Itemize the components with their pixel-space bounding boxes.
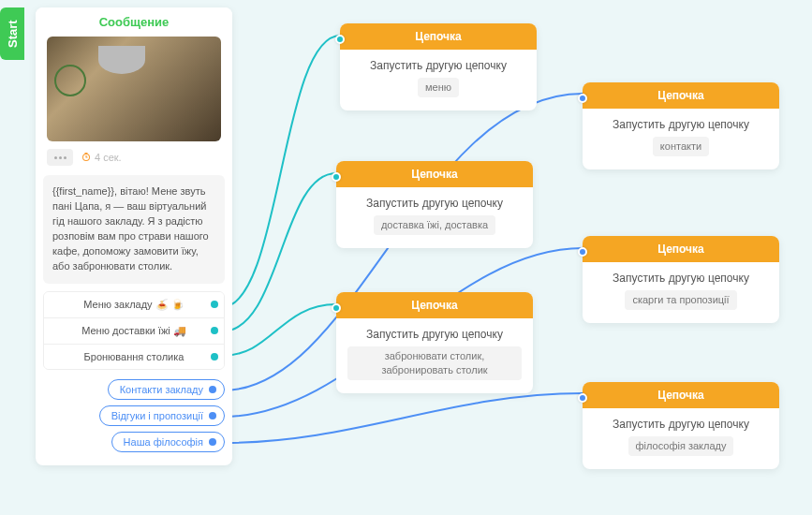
chain-header: Цепочка [336, 292, 533, 318]
pill-label: Відгуки і пропозиції [111, 410, 203, 421]
connector-out-dot[interactable] [209, 412, 216, 419]
chain-header: Цепочка [336, 161, 533, 187]
chain-header: Цепочка [583, 236, 779, 262]
connector-in-dot[interactable] [578, 393, 587, 403]
timer-text: 4 сек. [95, 152, 122, 163]
chain-card-delivery[interactable]: Цепочка Запустить другую цепочку доставк… [336, 161, 533, 248]
connector-in-dot[interactable] [335, 35, 345, 44]
option-label: Меню доставки їжі 🚚 [81, 325, 186, 337]
chain-value: скарги та пропозиції [625, 290, 736, 310]
chain-card-philosophy[interactable]: Цепочка Запустить другую цепочку філософ… [583, 382, 779, 469]
timer-badge: 4 сек. [81, 152, 122, 163]
pill-label: Наша філософія [124, 436, 203, 448]
message-image [47, 37, 221, 141]
message-card[interactable]: Сообщение 4 сек. {{first_name}}, вітаю! … [36, 7, 232, 465]
pill-contacts[interactable]: Контакти закладу [108, 379, 225, 400]
connector-in-dot[interactable] [578, 247, 587, 257]
pill-feedback[interactable]: Відгуки і пропозиції [99, 405, 225, 426]
pill-label: Контакти закладу [120, 384, 203, 395]
connector-in-dot[interactable] [332, 303, 341, 313]
chain-card-contacts[interactable]: Цепочка Запустить другую цепочку контакт… [583, 82, 779, 169]
option-label: Бронювання столика [84, 351, 185, 362]
connector-in-dot[interactable] [332, 172, 341, 182]
connector-in-dot[interactable] [578, 94, 587, 103]
chain-action-label: Запустить другую цепочку [594, 118, 768, 131]
pill-philosophy[interactable]: Наша філософія [111, 432, 225, 452]
chain-action-label: Запустить другую цепочку [594, 272, 768, 285]
chain-header: Цепочка [583, 82, 779, 109]
connector-out-dot[interactable] [209, 386, 216, 393]
chain-header: Цепочка [340, 23, 537, 50]
option-delivery[interactable]: Меню доставки їжі 🚚 [44, 318, 224, 345]
flow-canvas[interactable]: Start Сообщение 4 сек. {{first_name}}, в… [0, 0, 812, 515]
more-icon[interactable] [47, 149, 73, 166]
option-menu[interactable]: Меню закладу 🍝 🍺 [44, 292, 224, 318]
chain-action-label: Запустить другую цепочку [347, 197, 522, 210]
option-label: Меню закладу 🍝 🍺 [83, 299, 184, 311]
chain-card-booking[interactable]: Цепочка Запустить другую цепочку заброню… [336, 292, 533, 393]
chain-card-menu[interactable]: Цепочка Запустить другую цепочку меню [340, 23, 537, 110]
message-meta: 4 сек. [36, 141, 232, 171]
connector-out-dot[interactable] [211, 353, 218, 360]
chain-value: філософія закладу [628, 436, 734, 456]
chain-action-label: Запустить другую цепочку [347, 328, 522, 341]
stopwatch-icon [81, 152, 92, 163]
message-body-text: {{first_name}}, вітаю! Мене звуть пані Ц… [43, 175, 225, 284]
chain-action-label: Запустить другую цепочку [351, 59, 525, 72]
pill-list: Контакти закладу Відгуки і пропозиції На… [36, 379, 232, 452]
connector-out-dot[interactable] [211, 327, 218, 334]
message-header: Сообщение [36, 7, 232, 37]
connector-out-dot[interactable] [209, 438, 216, 446]
chain-value: контакти [653, 137, 709, 156]
chain-value: забронювати столик, забронировать столик [347, 346, 522, 380]
chain-action-label: Запустить другую цепочку [594, 418, 768, 431]
option-booking[interactable]: Бронювання столика [44, 345, 224, 369]
option-list: Меню закладу 🍝 🍺 Меню доставки їжі 🚚 Бро… [43, 291, 225, 370]
connector-out-dot[interactable] [211, 301, 218, 308]
chain-header: Цепочка [583, 382, 779, 408]
chain-value: меню [418, 78, 459, 97]
start-tab[interactable]: Start [0, 7, 24, 60]
chain-value: доставка їжі, доставка [374, 215, 495, 235]
chain-card-complaints[interactable]: Цепочка Запустить другую цепочку скарги … [583, 236, 779, 323]
